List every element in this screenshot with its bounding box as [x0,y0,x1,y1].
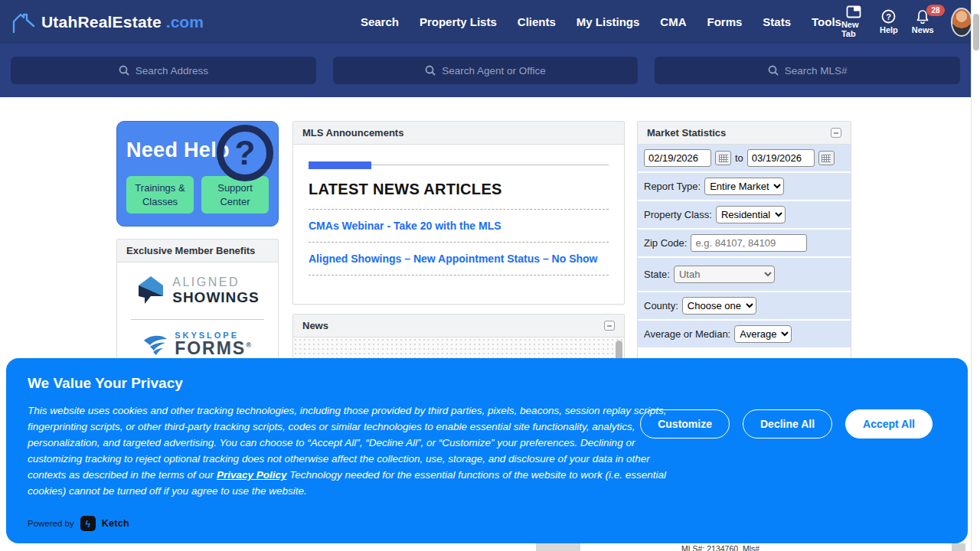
report-type-select[interactable]: Entire Market [704,178,784,195]
customize-button[interactable]: Customize [640,409,730,439]
svg-text:?: ? [887,12,892,21]
dashed-divider [309,242,609,243]
article-link-aligned-showings[interactable]: Aligned Showings – New Appointment Statu… [309,253,609,265]
need-help-card: ? Need Help Trainings & Classes Support … [116,121,279,227]
market-statistics-panel: Market Statistics to Report Type: Entire… [637,121,851,397]
ketch-logo-icon: ϟ [80,516,96,531]
aligned-bottom-text: SHOWINGS [172,289,260,306]
powered-by-ketch: Powered by ϟ Ketch [28,516,129,531]
latest-news-heading: LATEST NEWS ARTICLES [309,181,609,198]
address-search-input[interactable]: Search Address [11,57,316,84]
blue-accent-bar [309,161,371,169]
county-row: County: Choose one [638,292,851,321]
mls-search-placeholder: Search MLS# [785,65,848,77]
address-search-placeholder: Search Address [136,65,208,77]
skyslope-forms-logo[interactable]: SKYSLOPE FORMS® [117,320,278,361]
zip-code-row: Zip Code: [638,230,851,258]
collapse-icon[interactable] [831,128,841,138]
help-button[interactable]: ? Help [880,9,898,34]
calendar-button-to[interactable] [818,151,835,165]
member-benefits-title: Exclusive Member Benefits [126,245,255,256]
nav-item-my-listings[interactable]: My Listings [577,15,640,28]
mls-announcements-title: MLS Announcements [302,127,403,139]
top-navigation-bar: UtahRealEstate.com Search Property Lists… [0,0,971,44]
new-tab-button[interactable]: New Tab [841,5,866,38]
average-median-label: Average or Median: [644,328,730,340]
brand-name: UtahRealEstate [41,13,162,31]
state-row: State: Utah [638,258,851,292]
nav-item-search[interactable]: Search [361,15,399,28]
market-statistics-header: Market Statistics [638,122,851,145]
news-badge: 28 [926,5,944,16]
property-class-row: Property Class: Residential [638,201,851,230]
registered-mark: ® [246,341,253,349]
zip-code-label: Zip Code: [644,237,687,249]
calendar-icon [822,155,831,162]
county-select[interactable]: Choose one [682,297,756,315]
news-title: News [302,320,328,331]
nav-item-property-lists[interactable]: Property Lists [420,15,497,28]
mls-announcements-header: MLS Announcements [293,122,624,145]
date-range-row: to [638,145,851,173]
collapse-icon[interactable] [604,321,615,331]
dashed-divider [309,209,609,210]
decline-all-button[interactable]: Decline All [743,409,832,439]
privacy-title: We Value Your Privacy [28,375,946,392]
news-button[interactable]: 28 News [912,9,934,34]
help-icon: ? [881,9,896,24]
brand-tld: .com [166,13,204,31]
agent-office-search-placeholder: Search Agent or Office [442,65,546,77]
date-range-to-label: to [735,152,743,164]
skyslope-bottom-text: FORMS® [175,340,253,357]
calendar-icon [719,155,728,162]
article-link-cmas-webinar[interactable]: CMAs Webinar - Take 20 with the MLS [309,220,609,232]
aligned-showings-icon [136,273,166,308]
help-label: Help [880,25,898,34]
state-select[interactable]: Utah [674,266,775,283]
average-median-select[interactable]: Average [734,325,792,343]
nav-actions: New Tab ? Help 28 News [841,5,972,38]
calendar-button-from[interactable] [715,151,731,165]
accept-all-button[interactable]: Accept All [845,409,933,439]
cookie-consent-banner: We Value Your Privacy This website uses … [6,358,968,543]
nav-item-stats[interactable]: Stats [763,15,791,28]
nav-item-tools[interactable]: Tools [812,15,841,28]
question-mark-icon: ? [217,125,273,181]
agent-office-search-input[interactable]: Search Agent or Office [333,57,639,84]
support-center-button[interactable]: Support Center [201,176,269,214]
clipped-scrollbar-strip [536,543,580,551]
mls-number-search-input[interactable]: Search MLS# [655,57,960,84]
nav-item-cma[interactable]: CMA [660,15,686,28]
mls-announcements-panel: MLS Announcements LATEST NEWS ARTICLES C… [292,121,625,305]
average-median-row: Average or Median: Average [638,321,851,349]
county-label: County: [644,300,678,311]
divider-line [309,165,609,165]
news-header: News [293,315,624,337]
zip-code-input[interactable] [691,234,807,252]
search-icon [119,65,129,76]
question-mark-glyph: ? [235,134,256,172]
clipped-team-logo: TEAM TANKSLEY [318,545,639,551]
site-logo[interactable]: UtahRealEstate.com [11,11,204,34]
aligned-top-text: ALIGNED [172,276,260,289]
date-to-input[interactable] [747,149,815,167]
page-scrollbar-thumb[interactable] [973,14,979,51]
report-type-label: Report Type: [644,181,701,192]
property-class-select[interactable]: Residential [716,206,786,223]
privacy-policy-link[interactable]: Privacy Policy [217,469,287,481]
member-benefits-panel: Exclusive Member Benefits ALIGNED SHOWIN… [116,239,279,361]
dashed-divider [309,275,609,276]
nav-item-forms[interactable]: Forms [707,15,743,28]
state-label: State: [644,269,670,280]
user-avatar[interactable] [951,8,973,37]
trainings-classes-button[interactable]: Trainings & Classes [126,176,194,214]
clipped-scrollbar-strip [952,543,965,551]
house-logo-icon [11,11,37,34]
date-from-input[interactable] [644,149,711,167]
news-label: News [912,25,934,34]
powered-by-label: Powered by [28,519,74,528]
search-icon [425,65,436,76]
page-scrollbar [971,0,980,551]
nav-item-clients[interactable]: Clients [518,15,556,28]
aligned-showings-logo[interactable]: ALIGNED SHOWINGS [117,262,278,319]
